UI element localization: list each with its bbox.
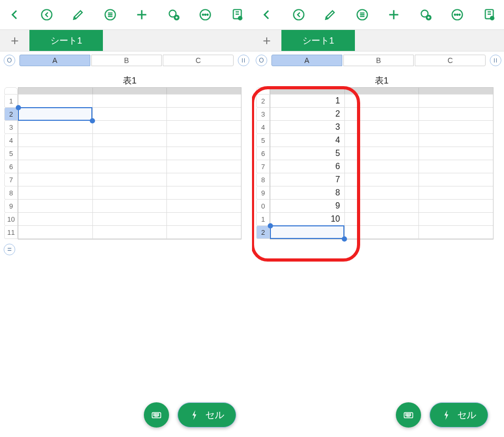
cell[interactable] [167, 186, 241, 200]
cell[interactable] [18, 200, 93, 213]
note-icon[interactable] [479, 4, 500, 25]
col-header-a[interactable]: A [271, 55, 342, 66]
cell[interactable] [18, 186, 93, 200]
cell[interactable] [18, 108, 93, 121]
row-header[interactable]: 4 [4, 134, 18, 147]
note-icon[interactable] [227, 4, 248, 25]
cell[interactable]: 1 [270, 95, 345, 108]
row-header[interactable]: 11 [4, 226, 18, 239]
brush-icon[interactable] [320, 4, 341, 25]
row-header[interactable]: 8 [4, 186, 18, 200]
cell[interactable] [345, 186, 419, 200]
cell[interactable] [18, 213, 93, 226]
row-header[interactable]: 6 [4, 160, 18, 173]
add-sheet-button[interactable]: + [252, 30, 281, 51]
cell[interactable] [167, 134, 241, 147]
cell[interactable] [419, 108, 493, 121]
col-header-c[interactable]: C [415, 55, 486, 66]
col-header-b[interactable]: B [343, 55, 414, 66]
cell[interactable] [345, 95, 419, 108]
cell[interactable] [419, 226, 493, 239]
col-header-a[interactable]: A [19, 55, 90, 66]
cell[interactable] [419, 147, 493, 160]
cell[interactable]: 6 [270, 160, 345, 173]
cell[interactable] [270, 226, 345, 239]
cell[interactable] [345, 173, 419, 186]
row-header[interactable]: 5 [256, 134, 270, 147]
row-header[interactable]: 8 [256, 173, 270, 186]
add-icon[interactable] [131, 4, 152, 25]
share-icon[interactable] [415, 4, 436, 25]
row-header[interactable]: 2 [4, 108, 18, 121]
cell[interactable] [167, 213, 241, 226]
cell[interactable] [345, 226, 419, 239]
cell[interactable] [18, 226, 93, 239]
cell[interactable] [18, 147, 93, 160]
cell[interactable] [93, 226, 167, 239]
cell[interactable] [167, 121, 241, 134]
list-icon[interactable] [100, 4, 121, 25]
cell[interactable] [419, 121, 493, 134]
cell[interactable] [93, 134, 167, 147]
cell[interactable] [419, 134, 493, 147]
more-icon[interactable] [447, 4, 468, 25]
row-header[interactable]: 4 [256, 121, 270, 134]
cell[interactable]: 8 [270, 186, 345, 200]
cell-button[interactable]: セル [177, 402, 236, 428]
col-header-c[interactable]: C [163, 55, 234, 66]
cell[interactable] [93, 200, 167, 213]
cell[interactable] [167, 200, 241, 213]
cell[interactable] [93, 160, 167, 173]
back-icon[interactable] [4, 4, 25, 25]
cell[interactable] [93, 213, 167, 226]
sheet-tab-active[interactable]: シート1 [29, 30, 103, 51]
cell[interactable] [345, 160, 419, 173]
cell[interactable]: 4 [270, 134, 345, 147]
cell[interactable]: 5 [270, 147, 345, 160]
more-icon[interactable] [195, 4, 216, 25]
share-icon[interactable] [163, 4, 184, 25]
row-header[interactable]: 1 [4, 95, 18, 108]
cell-button[interactable]: セル [429, 402, 488, 428]
formula-button[interactable]: = [4, 244, 15, 255]
cell[interactable] [345, 134, 419, 147]
col-header-b[interactable]: B [91, 55, 162, 66]
row-header[interactable]: 2 [256, 95, 270, 108]
row-header[interactable]: 7 [256, 160, 270, 173]
cell[interactable] [345, 108, 419, 121]
undo-icon[interactable] [288, 4, 309, 25]
keyboard-button[interactable] [396, 402, 421, 428]
row-jump-button[interactable]: O [256, 55, 267, 66]
back-icon[interactable] [256, 4, 277, 25]
cell[interactable] [93, 186, 167, 200]
cell[interactable] [93, 173, 167, 186]
cell[interactable] [18, 173, 93, 186]
row-header[interactable]: 10 [4, 213, 18, 226]
cell[interactable] [167, 147, 241, 160]
cell[interactable]: 9 [270, 200, 345, 213]
cell[interactable]: 2 [270, 108, 345, 121]
row-header[interactable]: 0 [256, 200, 270, 213]
cell[interactable] [345, 147, 419, 160]
cells[interactable] [18, 87, 242, 240]
cell[interactable] [419, 213, 493, 226]
col-jump-button[interactable]: II [238, 55, 249, 66]
cell[interactable]: 10 [270, 213, 345, 226]
cell[interactable] [18, 134, 93, 147]
row-header[interactable]: 7 [4, 173, 18, 186]
cell[interactable] [167, 160, 241, 173]
cell[interactable] [345, 121, 419, 134]
row-header[interactable]: 3 [4, 121, 18, 134]
cell[interactable] [93, 108, 167, 121]
row-header[interactable]: 6 [256, 147, 270, 160]
undo-icon[interactable] [36, 4, 57, 25]
cell[interactable] [93, 147, 167, 160]
cell[interactable] [419, 173, 493, 186]
row-header[interactable]: 9 [256, 186, 270, 200]
row-header[interactable]: 5 [4, 147, 18, 160]
cell[interactable] [419, 160, 493, 173]
row-jump-button[interactable]: O [4, 55, 15, 66]
cell[interactable] [93, 95, 167, 108]
row-header[interactable]: 2 [256, 226, 270, 239]
cell[interactable] [18, 160, 93, 173]
